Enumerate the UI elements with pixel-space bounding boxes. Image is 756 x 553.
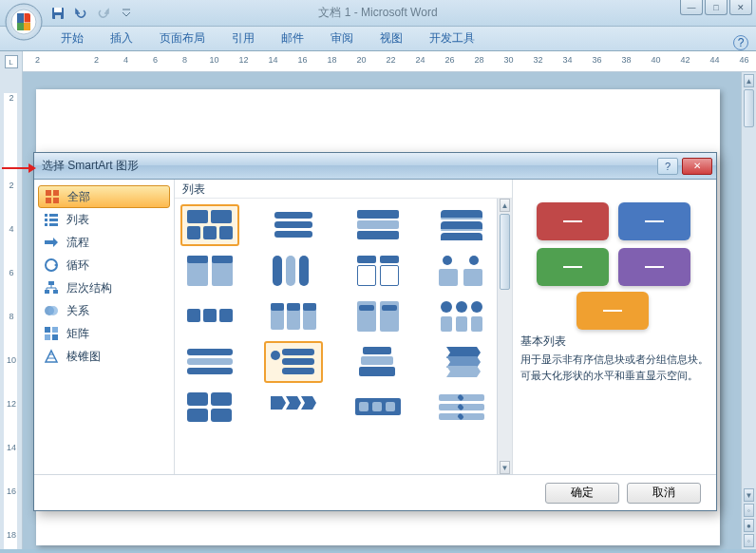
- maximize-button[interactable]: □: [705, 0, 728, 15]
- dialog-footer: 确定 取消: [34, 474, 716, 510]
- svg-rect-23: [45, 290, 49, 294]
- tab-layout[interactable]: 页面布局: [146, 27, 218, 50]
- gallery-scroll: ▲ ▼: [175, 199, 512, 474]
- next-page-button[interactable]: ◦: [744, 534, 754, 547]
- pyramid-icon: [44, 349, 59, 364]
- svg-rect-13: [53, 198, 59, 203]
- category-relationship[interactable]: 关系: [38, 299, 170, 322]
- svg-rect-11: [53, 190, 59, 196]
- smartart-thumb[interactable]: [264, 341, 323, 383]
- svg-rect-30: [52, 334, 58, 340]
- tab-insert[interactable]: 插入: [97, 27, 146, 50]
- smartart-thumb[interactable]: [349, 387, 407, 429]
- gallery-scroll-up[interactable]: ▲: [500, 199, 510, 212]
- browse-object-button[interactable]: ●: [744, 519, 754, 532]
- dialog-title: 选择 SmartArt 图形: [42, 158, 657, 174]
- smartart-thumb[interactable]: [349, 341, 407, 383]
- dialog-titlebar[interactable]: 选择 SmartArt 图形 ? ✕: [34, 153, 716, 180]
- svg-rect-29: [45, 334, 50, 340]
- scroll-up-button[interactable]: ▲: [744, 74, 754, 87]
- close-button[interactable]: ✕: [729, 0, 752, 15]
- category-process[interactable]: 流程: [38, 231, 170, 254]
- svg-rect-22: [48, 281, 54, 285]
- svg-rect-18: [45, 223, 47, 226]
- smartart-thumb[interactable]: [180, 387, 239, 429]
- svg-rect-28: [52, 327, 58, 333]
- all-icon: [45, 189, 60, 204]
- prev-page-button[interactable]: ◦: [744, 504, 754, 517]
- smartart-thumb[interactable]: [180, 296, 239, 337]
- category-label: 全部: [67, 189, 90, 205]
- dialog-help-button[interactable]: ?: [657, 158, 678, 175]
- svg-marker-31: [46, 351, 57, 362]
- smartart-thumb[interactable]: [180, 341, 239, 383]
- smartart-thumb[interactable]: [432, 341, 491, 383]
- smartart-thumb[interactable]: [432, 204, 491, 246]
- tab-references[interactable]: 引用: [218, 27, 268, 50]
- scroll-thumb[interactable]: [744, 89, 754, 127]
- horizontal-ruler-area: L 22468101214161820222426283032343638404…: [0, 51, 756, 72]
- category-matrix[interactable]: 矩阵: [38, 322, 170, 345]
- tab-developer[interactable]: 开发工具: [416, 27, 488, 50]
- dialog-body: 全部 列表 流程 循环 层次结构 关系 矩阵 棱锥图 列表: [34, 180, 716, 474]
- smartart-thumb[interactable]: [264, 250, 323, 292]
- svg-rect-3: [24, 23, 30, 30]
- smartart-thumb[interactable]: [349, 250, 407, 292]
- qat-customize-button[interactable]: [116, 4, 137, 23]
- svg-marker-39: [301, 396, 316, 410]
- minimize-button[interactable]: —: [680, 0, 703, 15]
- svg-marker-38: [286, 396, 301, 410]
- category-list-item[interactable]: 列表: [38, 208, 170, 231]
- scroll-down-button[interactable]: ▼: [744, 488, 754, 502]
- redo-button[interactable]: [93, 4, 114, 23]
- smartart-thumb[interactable]: [264, 204, 323, 246]
- vertical-ruler[interactable]: 224681012141618: [0, 72, 23, 549]
- svg-point-26: [48, 306, 58, 315]
- svg-rect-17: [49, 219, 58, 221]
- tab-review[interactable]: 审阅: [317, 27, 367, 50]
- dialog-close-button[interactable]: ✕: [682, 158, 712, 175]
- smartart-thumb[interactable]: [264, 387, 323, 429]
- preview-canvas: [520, 187, 709, 330]
- hierarchy-icon: [44, 280, 59, 296]
- save-button[interactable]: [47, 4, 68, 23]
- tab-home[interactable]: 开始: [47, 27, 97, 50]
- annotation-arrow-icon: [2, 162, 36, 175]
- gallery-scroll-down[interactable]: ▼: [500, 461, 510, 474]
- smartart-thumb[interactable]: [432, 296, 491, 337]
- svg-marker-36: [446, 366, 481, 377]
- svg-rect-12: [46, 198, 51, 203]
- relationship-icon: [44, 303, 59, 318]
- smartart-thumb[interactable]: [349, 204, 407, 246]
- category-label: 棱锥图: [66, 349, 101, 365]
- svg-rect-15: [49, 214, 58, 217]
- category-hierarchy[interactable]: 层次结构: [38, 276, 170, 299]
- gallery-scrollbar[interactable]: ▲ ▼: [497, 199, 512, 474]
- category-label: 层次结构: [66, 280, 112, 296]
- smartart-thumb[interactable]: [432, 250, 491, 292]
- tab-mailings[interactable]: 邮件: [268, 27, 317, 50]
- svg-rect-14: [45, 214, 47, 217]
- smartart-thumb[interactable]: [264, 296, 323, 337]
- help-icon[interactable]: ?: [733, 35, 748, 50]
- quick-access-toolbar: [47, 0, 137, 26]
- gallery-grid: [175, 199, 512, 434]
- smartart-thumb[interactable]: [180, 250, 239, 292]
- category-pyramid[interactable]: 棱锥图: [38, 345, 170, 368]
- svg-rect-19: [49, 223, 58, 226]
- tab-view[interactable]: 视图: [367, 27, 416, 50]
- vertical-scrollbar[interactable]: ▲ ▼ ◦ ● ◦: [741, 72, 756, 549]
- cancel-button[interactable]: 取消: [627, 483, 701, 504]
- category-all[interactable]: 全部: [38, 185, 170, 208]
- undo-button[interactable]: [70, 4, 91, 23]
- svg-rect-10: [46, 190, 51, 196]
- gallery-scroll-thumb[interactable]: [500, 214, 510, 290]
- ok-button[interactable]: 确定: [545, 483, 619, 504]
- smartart-thumb[interactable]: [180, 204, 239, 246]
- horizontal-ruler[interactable]: 2246810121416182022242628303234363840424…: [23, 51, 756, 71]
- smartart-thumb[interactable]: [432, 387, 491, 429]
- office-button[interactable]: [4, 2, 44, 42]
- ribbon-tabs: 开始 插入 页面布局 引用 邮件 审阅 视图 开发工具 ?: [0, 27, 756, 51]
- smartart-thumb[interactable]: [349, 296, 407, 337]
- category-cycle[interactable]: 循环: [38, 254, 170, 276]
